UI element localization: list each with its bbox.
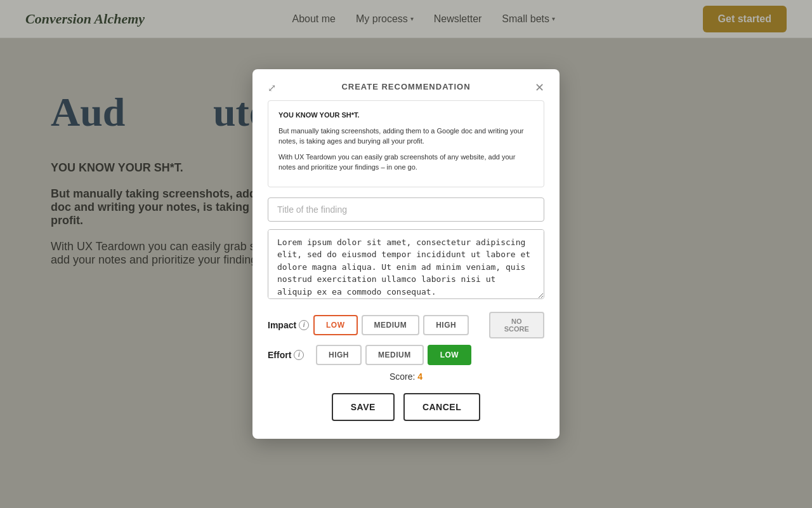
cancel-button[interactable]: CANCEL — [403, 393, 480, 421]
preview-para-2: With UX Teardown you can easily grab scr… — [278, 152, 534, 173]
impact-button-group: LOW MEDIUM HIGH — [313, 315, 469, 335]
impact-low-button[interactable]: LOW — [313, 315, 358, 335]
effort-button-group: HIGH MEDIUM LOW — [316, 345, 471, 365]
action-buttons: SAVE CANCEL — [268, 393, 544, 421]
effort-high-button[interactable]: HIGH — [316, 345, 362, 365]
save-button[interactable]: SAVE — [332, 393, 395, 421]
preview-para-1: But manually taking screenshots, adding … — [278, 126, 534, 147]
modal-title: CREATE RECOMMENDATION — [341, 82, 470, 91]
title-input[interactable] — [268, 197, 544, 222]
score-value: 4 — [417, 371, 422, 382]
description-textarea[interactable] — [268, 229, 544, 299]
expand-button[interactable]: ⤢ — [268, 82, 276, 94]
close-button[interactable]: ✕ — [535, 82, 544, 93]
preview-title: YOU KNOW YOUR SH*T. — [278, 110, 534, 121]
effort-low-button[interactable]: LOW — [428, 345, 472, 365]
preview-box: YOU KNOW YOUR SH*T. But manually taking … — [268, 100, 544, 187]
modal-header: ⤢ CREATE RECOMMENDATION ✕ — [268, 82, 544, 91]
modal-overlay: ⤢ CREATE RECOMMENDATION ✕ YOU KNOW YOUR … — [0, 0, 812, 508]
effort-help-icon[interactable]: i — [294, 350, 304, 360]
no-score-button[interactable]: NO SCORE — [489, 312, 544, 338]
impact-high-button[interactable]: HIGH — [423, 315, 469, 335]
effort-medium-button[interactable]: MEDIUM — [365, 345, 424, 365]
impact-row: Impact i LOW MEDIUM HIGH NO SCORE — [268, 312, 544, 338]
impact-help-icon[interactable]: i — [299, 320, 309, 330]
impact-label: Impact i — [268, 320, 310, 330]
effort-row: Effort i HIGH MEDIUM LOW — [268, 345, 544, 365]
create-recommendation-modal: ⤢ CREATE RECOMMENDATION ✕ YOU KNOW YOUR … — [252, 69, 560, 439]
impact-medium-button[interactable]: MEDIUM — [362, 315, 420, 335]
score-line: Score: 4 — [268, 371, 544, 382]
effort-label: Effort i — [268, 350, 312, 360]
